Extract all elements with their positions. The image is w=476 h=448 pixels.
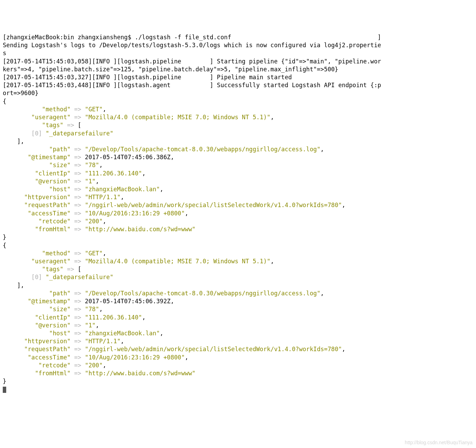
log-line: [2017-05-14T15:45:03,448][INFO ][logstas…: [3, 82, 381, 96]
log-line: [2017-05-14T15:45:03,058][INFO ][logstas…: [3, 58, 381, 73]
cursor: [3, 387, 6, 393]
log-line: [2017-05-14T15:45:03,327][INFO ][logstas…: [3, 74, 292, 81]
shell-prompt: [zhangxieMacBook:bin zhangxiansheng$ ./l…: [3, 34, 381, 41]
watermark: http://blog.csdn.net/BuquTianya: [405, 439, 473, 443]
log-line: Sending Logstash's logs to /Develop/test…: [3, 42, 381, 57]
terminal-output[interactable]: [zhangxieMacBook:bin zhangxiansheng$ ./l…: [3, 33, 473, 394]
